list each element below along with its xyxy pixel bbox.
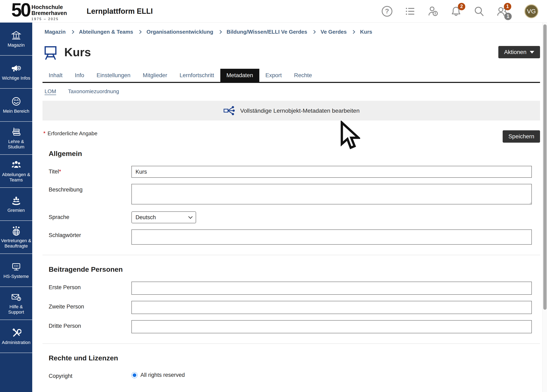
banner-label: Vollständige Lernobjekt-Metadaten bearbe…	[240, 107, 360, 114]
people-icon	[11, 160, 21, 170]
search-icon[interactable]	[473, 5, 485, 18]
metadata-nodes-icon	[223, 105, 235, 117]
sidebar-item-hs-systeme[interactable]: HS-Systeme	[0, 254, 32, 287]
sidebar-item-label: Magazin	[8, 42, 25, 48]
chevron-right-icon	[70, 30, 74, 34]
monitor-icon	[11, 262, 21, 272]
sidebar-item-hilfe-support[interactable]: Hilfe & Support	[0, 287, 32, 320]
main-sidebar: Magazin Wichtige Infos Mein Bereich Lehr…	[0, 23, 32, 392]
aktionen-button-label: Aktionen	[504, 49, 526, 55]
beschreibung-label: Beschreibung	[49, 184, 131, 205]
tab-export[interactable]: Export	[259, 69, 288, 82]
sidebar-item-label: Wichtige Infos	[2, 75, 30, 81]
required-asterisk: *	[43, 130, 46, 136]
sidebar-item-lehre-studium[interactable]: Lehre & Studium	[0, 122, 32, 155]
breadcrumb-item[interactable]: Abteilungen & Teams	[79, 29, 133, 35]
contacts-icon[interactable]: 1 1	[496, 5, 508, 18]
form-row-copyright: Copyright All rights reserved	[49, 370, 540, 379]
sidebar-item-label: Lehre & Studium	[1, 139, 31, 150]
sidebar-item-label: Abteilungen & Teams	[1, 172, 31, 183]
chevron-right-icon	[218, 30, 222, 34]
avatar[interactable]: VG	[524, 4, 538, 18]
tab-info[interactable]: Info	[68, 69, 90, 82]
zweite-person-input[interactable]	[131, 301, 532, 314]
sidebar-item-label: HS-Systeme	[3, 274, 29, 279]
sidebar-item-magazin[interactable]: Magazin	[0, 23, 32, 56]
sidebar-item-gremien[interactable]: Gremien	[0, 188, 32, 221]
copyright-radio-all-rights-reserved[interactable]	[131, 372, 137, 378]
breadcrumb: Magazin Abteilungen & Teams Organisation…	[42, 27, 540, 40]
logo-line2: Bremerhaven	[31, 10, 67, 16]
breadcrumb-item[interactable]: Kurs	[360, 29, 372, 35]
breadcrumb-item[interactable]: Magazin	[45, 29, 66, 35]
subtab-bar: LOM Taxonomiezuordnung	[45, 88, 540, 95]
breadcrumb-item[interactable]: Ve Gerdes	[321, 29, 347, 35]
app-title: Lernplattform ELLI	[87, 7, 153, 16]
sidebar-item-wichtige-infos[interactable]: Wichtige Infos	[0, 56, 32, 89]
logo-50: 50	[11, 1, 30, 19]
course-board-icon	[42, 44, 59, 60]
sidebar-item-label: Administration	[2, 340, 30, 345]
titel-input[interactable]	[131, 166, 532, 178]
notifications-badge: 2	[458, 3, 465, 10]
university-logo[interactable]: 50 Hochschule Bremerhaven 1975 – 2025	[11, 1, 67, 21]
form-row-sprache: Sprache Deutsch	[49, 211, 540, 223]
erste-person-label: Erste Person	[49, 282, 131, 295]
aktionen-button[interactable]: Aktionen	[498, 46, 540, 58]
tab-rechte[interactable]: Rechte	[288, 69, 318, 82]
tab-mitglieder[interactable]: Mitglieder	[137, 69, 173, 82]
titel-label: Titel*	[49, 166, 131, 178]
sprache-select[interactable]: Deutsch	[131, 211, 196, 223]
contacts-badge-new: 1	[504, 3, 511, 10]
tab-metadaten[interactable]: Metadaten	[220, 69, 259, 82]
beschreibung-textarea[interactable]	[131, 184, 532, 204]
caret-down-icon	[530, 51, 534, 54]
books-icon	[11, 127, 21, 137]
tab-bar: Inhalt Info Einstellungen Mitglieder Ler…	[42, 69, 540, 83]
dritte-person-input[interactable]	[131, 320, 532, 333]
sidebar-item-abteilungen-teams[interactable]: Abteilungen & Teams	[0, 155, 32, 188]
schlagwoerter-input[interactable]	[131, 230, 532, 245]
vertical-scrollbar[interactable]	[542, 23, 547, 392]
schlagwoerter-label: Schlagwörter	[49, 230, 131, 245]
help-icon[interactable]: ?	[381, 5, 393, 18]
contacts-badge-total: 1	[504, 13, 512, 20]
copyright-radio-label: All rights reserved	[140, 372, 185, 378]
copyright-label: Copyright	[49, 370, 131, 379]
speichern-button[interactable]: Speichern	[503, 130, 540, 143]
sprache-label: Sprache	[49, 211, 131, 223]
dritte-person-label: Dritte Person	[49, 320, 131, 333]
form-row-dritte-person: Dritte Person	[49, 320, 540, 333]
tab-inhalt[interactable]: Inhalt	[42, 69, 68, 82]
form-row-erste-person: Erste Person	[49, 282, 540, 295]
notifications-bell-icon[interactable]: 2	[450, 5, 462, 18]
erste-person-input[interactable]	[131, 282, 532, 295]
subtab-taxonomiezuordnung[interactable]: Taxonomiezuordnung	[68, 88, 119, 95]
section-divider	[42, 344, 540, 344]
edit-full-metadata-banner[interactable]: Vollständige Lernobjekt-Metadaten bearbe…	[42, 101, 540, 121]
avatar-initials: VG	[527, 8, 536, 15]
required-asterisk: *	[59, 169, 61, 175]
form-row-titel: Titel*	[49, 166, 540, 178]
sidebar-item-mein-bereich[interactable]: Mein Bereich	[0, 89, 32, 122]
committee-icon	[11, 195, 21, 206]
logo-line1: Hochschule	[31, 4, 67, 10]
breadcrumb-item[interactable]: Bildung/Wissen/ELLI Ve Gerdes	[227, 29, 307, 35]
sidebar-item-label: Mein Bereich	[3, 108, 29, 114]
sidebar-item-vertretungen-beauftragte[interactable]: Vertretungen & Beauftragte	[0, 221, 32, 254]
subtab-lom[interactable]: LOM	[45, 88, 56, 95]
mail-help-icon	[11, 292, 21, 302]
scrollbar-thumb[interactable]	[543, 24, 547, 310]
form-row-schlagwoerter: Schlagwörter	[49, 230, 540, 245]
chevron-right-icon	[138, 30, 142, 34]
chevron-right-icon	[352, 30, 355, 34]
tab-einstellungen[interactable]: Einstellungen	[90, 69, 137, 82]
awareness-person-icon[interactable]	[427, 5, 439, 18]
tab-lernfortschritt[interactable]: Lernfortschritt	[173, 69, 220, 82]
breadcrumb-item[interactable]: Organisationsentwicklung	[146, 29, 213, 35]
section-beitragende-personen: Beitragende Personen	[49, 265, 540, 273]
tools-icon	[11, 328, 21, 338]
todo-list-icon[interactable]	[404, 5, 417, 18]
sidebar-item-label: Hilfe & Support	[1, 304, 31, 315]
sidebar-item-administration[interactable]: Administration	[0, 320, 32, 353]
